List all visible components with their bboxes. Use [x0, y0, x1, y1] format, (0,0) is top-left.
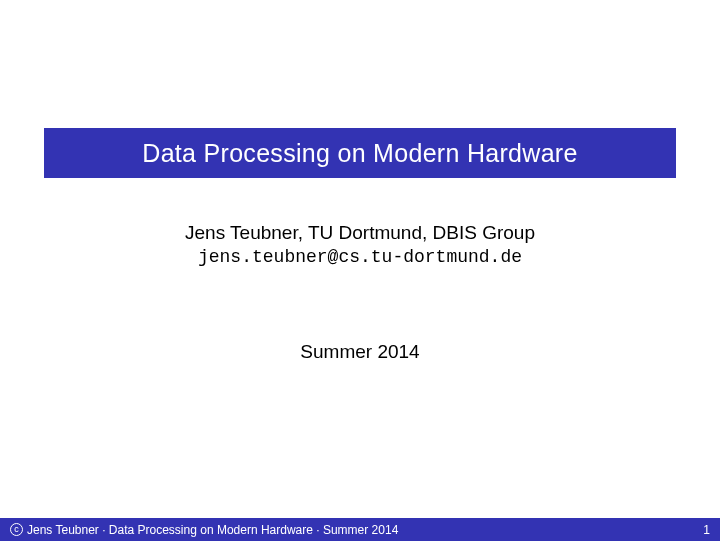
author-email: jens.teubner@cs.tu-dortmund.de	[0, 247, 720, 267]
author-block: Jens Teubner, TU Dortmund, DBIS Group je…	[0, 222, 720, 267]
title-banner: Data Processing on Modern Hardware	[44, 128, 676, 178]
footer-text: Jens Teubner · Data Processing on Modern…	[27, 523, 398, 537]
page-number: 1	[703, 523, 710, 537]
slide-title: Data Processing on Modern Hardware	[142, 139, 577, 168]
footer-bar: c Jens Teubner · Data Processing on Mode…	[0, 518, 720, 541]
footer-left: c Jens Teubner · Data Processing on Mode…	[10, 523, 398, 537]
copyright-icon: c	[10, 523, 23, 536]
author-line: Jens Teubner, TU Dortmund, DBIS Group	[0, 222, 720, 244]
term-line: Summer 2014	[0, 341, 720, 363]
